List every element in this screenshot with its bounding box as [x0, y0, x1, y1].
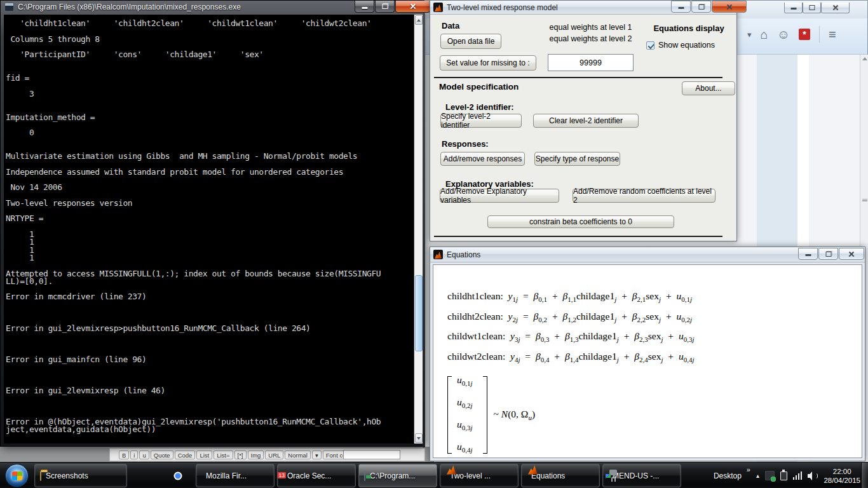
- close-button[interactable]: [821, 3, 850, 13]
- weights-text: equal weights at level 1 equal weights a…: [545, 22, 637, 44]
- scrollbar-thumb[interactable]: [415, 275, 423, 351]
- taskbar-button-oracle[interactable]: 13 Oracle Sec...: [277, 464, 356, 487]
- left-bracket: [447, 376, 452, 454]
- console-screen: 'childht1clean' 'childht2clean' 'childwt…: [4, 15, 414, 444]
- vector-element: u0,1j: [457, 370, 473, 393]
- taskbar-button-label: C:\Program...: [370, 471, 415, 480]
- minimize-button[interactable]: [671, 1, 691, 13]
- editor-button[interactable]: [*]: [234, 451, 247, 459]
- start-button[interactable]: [5, 464, 29, 487]
- console-output-text: 'childht1clean' 'childht2clean' 'childwt…: [6, 20, 381, 434]
- taskbar-button-vlc[interactable]: [130, 464, 160, 487]
- desktop-toolbar[interactable]: Desktop »: [714, 471, 750, 480]
- editor-button[interactable]: i: [130, 451, 138, 459]
- scrollbar-grip[interactable]: [862, 199, 867, 201]
- taskbar-button-label: Two-level ...: [450, 471, 491, 480]
- console-titlebar: C:\Program Files (x86)\Realcom\Imputatio…: [4, 3, 241, 11]
- close-icon: [409, 3, 417, 10]
- minimize-button[interactable]: [798, 248, 818, 260]
- open-data-file-button[interactable]: Open data file: [440, 34, 501, 49]
- windows-logo-icon: [12, 471, 22, 480]
- editor-button[interactable]: Code: [175, 451, 196, 459]
- restore-icon: [382, 4, 388, 9]
- constrain-beta-button[interactable]: constrain beta coefficients to 0: [487, 215, 674, 228]
- minimize-icon: [362, 7, 367, 9]
- show-equations-label: Show equations: [658, 41, 715, 50]
- smiley-icon[interactable]: ☺: [777, 27, 790, 42]
- model-window-title: Two-level mixed response model: [447, 3, 558, 12]
- equation-row: childwt2clean: y4j = β0,4 + β1,4childage…: [447, 348, 862, 369]
- restore-button[interactable]: [803, 3, 821, 13]
- clock[interactable]: 22:00 28/04/2015: [824, 467, 860, 485]
- level2-identifier-label: Level-2 identifier:: [445, 102, 514, 112]
- menu-icon[interactable]: ≡: [829, 27, 836, 42]
- clock-date: 28/04/2015: [824, 476, 860, 485]
- editor-button[interactable]: ▾: [312, 451, 322, 459]
- editor-button[interactable]: B: [119, 451, 129, 459]
- editor-button[interactable]: List: [196, 451, 212, 459]
- set-missing-value-button[interactable]: Set value for missing to :: [440, 55, 536, 71]
- scroll-up-button[interactable]: [415, 15, 423, 25]
- add-random-coefficients-button[interactable]: Add/Remove random coefficients at level …: [573, 189, 715, 203]
- editor-button[interactable]: Normal: [285, 451, 311, 459]
- clear-level2-button[interactable]: Clear level-2 identifier: [533, 114, 639, 128]
- home-icon[interactable]: ⌂: [761, 27, 768, 42]
- equations-window: Equations childht1clean: y1j = β0,1 + β1…: [430, 247, 865, 461]
- minimize-icon: [678, 7, 684, 9]
- volume-icon[interactable]: [808, 471, 818, 480]
- restore-button[interactable]: [691, 1, 711, 13]
- restore-icon: [698, 4, 704, 10]
- close-button[interactable]: [395, 1, 430, 13]
- taskbar-button-chrome[interactable]: [163, 464, 193, 487]
- minimize-button[interactable]: [784, 3, 803, 13]
- missing-value-input[interactable]: [548, 54, 634, 71]
- taskbar-button-screenshots[interactable]: Screenshots: [34, 464, 127, 487]
- vector-element: u0,2j: [457, 393, 473, 415]
- show-desktop-button[interactable]: [861, 463, 868, 488]
- folder-icon: [40, 471, 41, 481]
- editor-button[interactable]: Img: [248, 451, 264, 459]
- editor-button[interactable]: URL: [265, 451, 283, 459]
- scroll-up-arrow-icon[interactable]: [862, 57, 867, 60]
- scroll-down-button[interactable]: [415, 433, 423, 443]
- editor-button[interactable]: List=: [214, 451, 233, 459]
- editor-button[interactable]: u: [139, 451, 149, 459]
- show-equations-checkbox[interactable]: [646, 41, 654, 50]
- safely-remove-hardware-icon[interactable]: [780, 471, 787, 480]
- firefox-window-controls: [784, 3, 850, 13]
- chevron-down-icon[interactable]: ▾: [747, 30, 752, 39]
- add-remove-responses-button[interactable]: Add/remove responses: [440, 152, 525, 166]
- console-scrollbar[interactable]: [414, 15, 423, 444]
- taskbar-button-two-level[interactable]: Two-level ...: [440, 464, 519, 487]
- lastpass-icon[interactable]: *: [799, 29, 810, 40]
- taskbar-button-mend-us[interactable]: MEND-US -...: [602, 464, 681, 487]
- show-hidden-icons-button[interactable]: ▴: [756, 472, 759, 479]
- restore-button[interactable]: [375, 1, 395, 13]
- action-center-icon[interactable]: [765, 471, 775, 480]
- specify-level2-button[interactable]: Specify level-2 identifier: [440, 114, 522, 128]
- chevron-icon[interactable]: »: [747, 466, 750, 473]
- taskbar-button-equations[interactable]: Equations: [521, 464, 600, 487]
- close-icon: [832, 4, 839, 11]
- responses-label: Responses:: [442, 139, 489, 149]
- equations-window-title: Equations: [447, 250, 480, 259]
- minimize-button[interactable]: [355, 1, 374, 13]
- add-explanatory-button[interactable]: Add/Remove Explanatory variables: [440, 189, 559, 203]
- about-button[interactable]: About...: [682, 81, 735, 95]
- taskbar-button-firefox[interactable]: Mozilla Fir...: [196, 464, 275, 487]
- editor-input[interactable]: [343, 450, 400, 459]
- minimize-icon: [805, 254, 811, 256]
- restore-button[interactable]: [818, 248, 838, 260]
- scroll-down-arrow-icon: [417, 437, 421, 440]
- random-effects-vector: u0,1j u0,2j u0,3j u0,4j ~ N(0: [447, 370, 862, 459]
- matlab-icon: [433, 3, 443, 12]
- scroll-up-arrow-icon: [417, 19, 421, 22]
- specify-type-button[interactable]: Specify type of response: [534, 152, 620, 166]
- taskbar-button-console[interactable]: C:\Program...: [358, 464, 437, 487]
- close-button[interactable]: [839, 248, 864, 260]
- network-icon[interactable]: [793, 471, 803, 480]
- minimize-icon: [790, 8, 796, 10]
- equation-row: childwt1clean: y3j = β0,3 + β1,3childage…: [447, 328, 862, 348]
- close-button[interactable]: [712, 1, 747, 13]
- editor-button[interactable]: Quote: [151, 451, 173, 459]
